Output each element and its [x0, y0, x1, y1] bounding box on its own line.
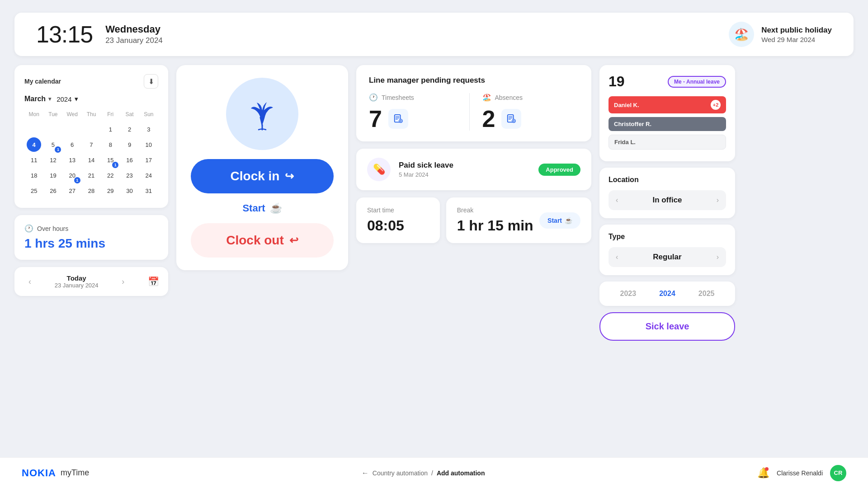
year-2023[interactable]: 2023 — [616, 288, 641, 300]
user-name: Clarisse Renaldi — [777, 469, 823, 477]
calendar-title: My calendar — [24, 78, 61, 85]
calendar-week-row: 451678910 — [24, 137, 158, 152]
type-prev-button[interactable]: ‹ — [616, 253, 618, 261]
holiday-text: Next public holiday Wed 29 Mar 2024 — [761, 26, 832, 43]
calendar-dow-wed: Wed — [63, 109, 82, 119]
absences-label: 🏖️ Absences — [482, 93, 579, 102]
calendar-day[interactable]: 151 — [103, 153, 118, 167]
upcoming-item-daniel[interactable]: Daniel K. +2 — [609, 96, 726, 113]
start-time-value: 08:05 — [367, 217, 429, 234]
year-selector-card: 2023 2024 2025 — [599, 282, 735, 306]
today-nav-center: Today 23 January 2024 — [55, 274, 99, 289]
break-start-label: Start — [547, 217, 562, 224]
location-title: Location — [609, 176, 726, 184]
type-next-button[interactable]: › — [717, 253, 719, 261]
calendar-day[interactable]: 8 — [103, 137, 118, 152]
clock-out-label: Clock out — [226, 233, 284, 248]
pending-absences: 🏖️ Absences 2 — [473, 93, 579, 131]
over-hours-text: Over hours — [37, 225, 68, 232]
calendar-day[interactable]: 21 — [84, 168, 99, 183]
breadcrumb-back-arrow[interactable]: ← — [362, 469, 369, 477]
calendar-day[interactable]: 7 — [84, 137, 99, 152]
calendar-day-badge: 1 — [112, 162, 118, 168]
calendar-day[interactable]: 26 — [46, 183, 60, 198]
break-start-button[interactable]: Start ☕ — [539, 212, 580, 229]
calendar-day[interactable]: 3 — [142, 122, 156, 136]
calendar-day — [46, 122, 60, 136]
calendar-day[interactable]: 9 — [123, 137, 137, 152]
calendar-day-badge: 1 — [74, 177, 80, 183]
calendar-day[interactable]: 30 — [123, 183, 137, 198]
timesheets-doc-icon[interactable] — [388, 109, 408, 129]
current-time: 13:15 — [36, 21, 93, 48]
clock-out-button[interactable]: Clock out ↩ — [191, 223, 334, 258]
calendar-day[interactable]: 1 — [103, 122, 118, 136]
calendar-day[interactable]: 28 — [84, 183, 99, 198]
year-2025[interactable]: 2025 — [694, 288, 719, 300]
calendar-day[interactable]: 14 — [84, 153, 99, 167]
start-button[interactable]: Start ☕ — [242, 202, 282, 214]
calendar-day[interactable]: 22 — [103, 168, 118, 183]
palm-icon-circle — [226, 78, 298, 150]
today-prev-button[interactable]: ‹ — [24, 275, 36, 288]
type-value: Regular — [653, 253, 681, 262]
calendar-day[interactable]: 19 — [46, 168, 60, 183]
calendar-day[interactable]: 6 — [65, 137, 80, 152]
calendar-day[interactable]: 10 — [142, 137, 156, 152]
calendar-day[interactable]: 16 — [123, 153, 137, 167]
calendar-download-button[interactable]: ⬇ — [144, 74, 158, 89]
upcoming-item-christoffer[interactable]: Christoffer R. — [609, 117, 726, 131]
calendar-day[interactable]: 11 — [27, 153, 41, 167]
today-next-button[interactable]: › — [117, 275, 129, 288]
calendar-day[interactable]: 4 — [27, 137, 41, 152]
calendar-day[interactable]: 201 — [65, 168, 80, 183]
location-next-button[interactable]: › — [717, 196, 719, 204]
notification-button[interactable]: 🔔 — [757, 467, 769, 479]
pending-sections: 🕐 Timesheets 7 — [369, 93, 579, 131]
calendar-card: My calendar ⬇ March ▾ 2024 ▾ Mon Tue Wed — [14, 65, 168, 208]
calendar-day[interactable]: 31 — [142, 183, 156, 198]
sick-leave-item-card: 💊 Paid sick leave 5 Mar 2024 Approved — [356, 149, 591, 190]
calendar-day[interactable]: 23 — [123, 168, 137, 183]
calendar-month-selector[interactable]: March ▾ — [24, 95, 51, 103]
calendar-day[interactable]: 17 — [142, 153, 156, 167]
footer: NOKIA myTime ← Country automation / Add … — [0, 457, 868, 488]
calendar-day[interactable]: 18 — [27, 168, 41, 183]
header-date-block: Wednesday 23 January 2024 — [105, 23, 163, 45]
pending-timesheets: 🕐 Timesheets 7 — [369, 93, 466, 131]
today-calendar-icon[interactable]: 📅 — [148, 276, 159, 287]
upcoming-name-daniel: Daniel K. — [614, 102, 639, 108]
over-hours-label: 🕐 Over hours — [24, 224, 158, 233]
upcoming-badge: Me - Annual leave — [668, 76, 726, 88]
today-nav-card: ‹ Today 23 January 2024 › 📅 — [14, 267, 168, 296]
calendar-week-row: 25262728293031 — [24, 183, 158, 198]
breadcrumb-current[interactable]: Add automation — [437, 469, 485, 477]
calendar-day[interactable]: 51 — [46, 137, 60, 152]
timesheets-text: Timesheets — [382, 94, 414, 101]
timesheets-label: 🕐 Timesheets — [369, 93, 466, 102]
calendar-week-row: 181920121222324 — [24, 168, 158, 183]
calendar-day[interactable]: 25 — [27, 183, 41, 198]
absences-doc-icon[interactable] — [501, 109, 521, 129]
upcoming-item-frida[interactable]: Frida L. — [609, 135, 726, 150]
calendar-year-selector[interactable]: 2024 ▾ — [57, 95, 78, 103]
calendar-day[interactable]: 29 — [103, 183, 118, 198]
calendar-day[interactable]: 12 — [46, 153, 60, 167]
over-hours-card: 🕐 Over hours 1 hrs 25 mins — [14, 215, 168, 260]
location-prev-button[interactable]: ‹ — [616, 196, 618, 204]
calendar-day[interactable]: 27 — [65, 183, 80, 198]
clock-out-icon: ↩ — [289, 234, 298, 247]
clock-in-label: Clock in — [231, 169, 280, 183]
clock-in-button[interactable]: Clock in ↪ — [191, 159, 334, 193]
calendar-dow-row: Mon Tue Wed Thu Fri Sat Sun — [24, 109, 158, 119]
calendar-year-chevron: ▾ — [75, 95, 78, 103]
calendar-day[interactable]: 13 — [65, 153, 80, 167]
upcoming-count: 19 — [609, 73, 625, 90]
pending-card: Line manager pending requests 🕐 Timeshee… — [356, 65, 591, 141]
calendar-dow-fri: Fri — [101, 109, 120, 119]
calendar-day[interactable]: 2 — [123, 122, 137, 136]
calendar-day[interactable]: 24 — [142, 168, 156, 183]
sick-leave-button[interactable]: Sick leave — [599, 312, 735, 341]
location-value: In office — [652, 196, 682, 205]
year-2024[interactable]: 2024 — [655, 288, 680, 300]
